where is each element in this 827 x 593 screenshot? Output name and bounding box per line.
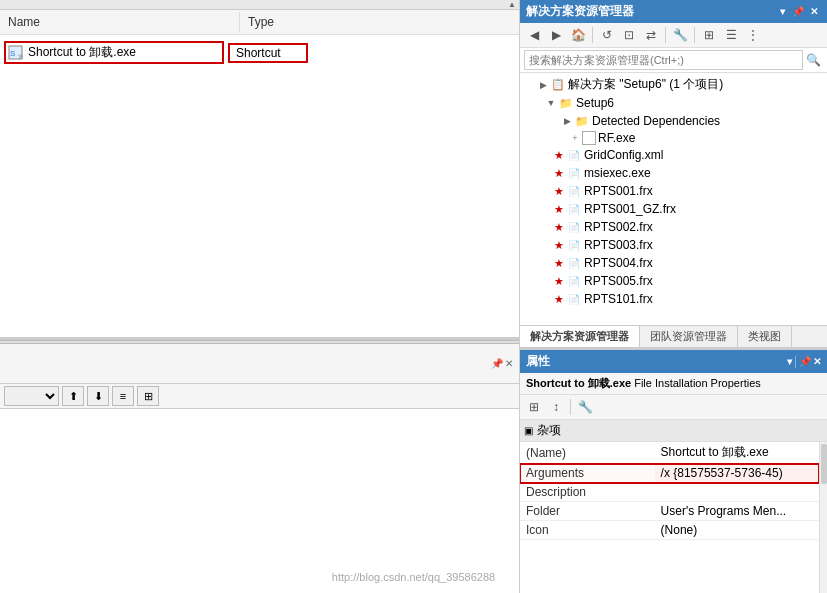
- panel-controls: 📌 ✕: [491, 358, 513, 369]
- prop-val-icon: (None): [655, 521, 819, 540]
- section-collapse-icon[interactable]: ▣: [524, 425, 533, 436]
- column-header-name: Name: [0, 12, 240, 32]
- tree-item-gridconfig[interactable]: ★ 📄 GridConfig.xml: [520, 146, 827, 164]
- se-grid-btn[interactable]: ⊞: [699, 25, 719, 45]
- prop-titlebar-dropdown[interactable]: ▾: [787, 356, 792, 367]
- prop-toolbar: ⊞ ↕ 🔧: [520, 395, 827, 420]
- tree-item-rpts001[interactable]: ★ 📄 RPTS001.frx: [520, 182, 827, 200]
- tree-item-rf-exe[interactable]: + RF.exe: [520, 130, 827, 146]
- tree-label-rf-exe: RF.exe: [598, 131, 635, 145]
- bottom-left-content: [0, 409, 519, 593]
- dropdown-select[interactable]: [4, 386, 59, 406]
- se-list-btn[interactable]: ☰: [721, 25, 741, 45]
- se-refresh-btn[interactable]: ↺: [597, 25, 617, 45]
- prop-subtitle-suffix: File Installation Properties: [634, 377, 761, 389]
- titlebar-close-btn[interactable]: ✕: [807, 5, 821, 19]
- tree-item-rpts004[interactable]: ★ 📄 RPTS004.frx: [520, 254, 827, 272]
- tree-item-rpts001gz[interactable]: ★ 📄 RPTS001_GZ.frx: [520, 200, 827, 218]
- solution-tree: ▶ 📋 解决方案 "Setup6" (1 个项目) ▼ 📁 Setup6: [520, 73, 827, 325]
- tree-label-rpts004: RPTS004.frx: [584, 256, 653, 270]
- se-wrench-btn[interactable]: 🔧: [670, 25, 690, 45]
- file-icon-rpts101: 📄: [566, 291, 582, 307]
- properties-subtitle: Shortcut to 卸载.exe File Installation Pro…: [520, 373, 827, 395]
- tree-item-setup6[interactable]: ▼ 📁 Setup6: [520, 94, 827, 112]
- star-icon-rpts003: ★: [552, 239, 566, 252]
- se-home-btn[interactable]: 🏠: [568, 25, 588, 45]
- se-sync-btn[interactable]: ⇄: [641, 25, 661, 45]
- tree-item-rpts003[interactable]: ★ 📄 RPTS003.frx: [520, 236, 827, 254]
- titlebar-pin2-btn[interactable]: 📌: [791, 5, 805, 19]
- close-icon[interactable]: ✕: [505, 358, 513, 369]
- top-scrollbar[interactable]: ▲: [0, 0, 519, 10]
- prop-titlebar-sep: [795, 356, 796, 368]
- toolbar-sep-2: [665, 27, 666, 43]
- file-icon-rpts003: 📄: [566, 237, 582, 253]
- tree-label-rpts005: RPTS005.frx: [584, 274, 653, 288]
- properties-panel: 属性 ▾ 📌 ✕ Shortcut to 卸载.exe File Install…: [520, 350, 827, 593]
- star-icon-rpts004: ★: [552, 257, 566, 270]
- toolbar-btn-1[interactable]: ⬆: [62, 386, 84, 406]
- tree-item-msiexec[interactable]: ★ 📄 msiexec.exe: [520, 164, 827, 182]
- prop-wrench-btn[interactable]: 🔧: [575, 397, 595, 417]
- prop-scrollbar[interactable]: [819, 442, 827, 593]
- tab-team-explorer[interactable]: 团队资源管理器: [640, 326, 738, 347]
- prop-sort-btn[interactable]: ↕: [546, 397, 566, 417]
- tree-label-detected-deps: Detected Dependencies: [592, 114, 720, 128]
- expand-setup6[interactable]: ▼: [544, 96, 558, 110]
- se-search-bar: 🔍: [520, 48, 827, 73]
- prop-scrollbar-thumb[interactable]: [821, 444, 827, 484]
- prop-section-misc: ▣ 杂项: [520, 420, 827, 442]
- file-list-body: S ↗ Shortcut to 卸载.exe Shortcut: [0, 35, 519, 70]
- toolbar-btn-3[interactable]: ≡: [112, 386, 134, 406]
- star-icon-msiexec: ★: [552, 167, 566, 180]
- file-icon-gridconfig: 📄: [566, 147, 582, 163]
- expand-solution[interactable]: ▶: [536, 78, 550, 92]
- prop-table-inner: (Name) Shortcut to 卸载.exe Arguments /x {…: [520, 442, 819, 593]
- tree-label-rpts001gz: RPTS001_GZ.frx: [584, 202, 676, 216]
- se-back-btn[interactable]: ◀: [524, 25, 544, 45]
- star-icon-rpts101: ★: [552, 293, 566, 306]
- tree-item-rpts005[interactable]: ★ 📄 RPTS005.frx: [520, 272, 827, 290]
- tree-item-solution[interactable]: ▶ 📋 解决方案 "Setup6" (1 个项目): [520, 75, 827, 94]
- se-forward-btn[interactable]: ▶: [546, 25, 566, 45]
- se-more-btn[interactable]: ⋮: [743, 25, 763, 45]
- file-name: Shortcut to 卸载.exe: [28, 44, 136, 61]
- titlebar-pin-btn[interactable]: ▾: [775, 5, 789, 19]
- tab-class-view[interactable]: 类视图: [738, 326, 792, 347]
- tree-label-gridconfig: GridConfig.xml: [584, 148, 663, 162]
- se-search-button[interactable]: 🔍: [803, 50, 823, 70]
- right-panel: 解决方案资源管理器 ▾ 📌 ✕ ◀ ▶ 🏠 ↺ ⊡ ⇄ 🔧 ⊞: [520, 0, 827, 593]
- file-icon-rpts001: 📄: [566, 183, 582, 199]
- scroll-up-arrow[interactable]: ▲: [507, 0, 517, 9]
- star-icon-rpts001: ★: [552, 185, 566, 198]
- prop-grid-btn[interactable]: ⊞: [524, 397, 544, 417]
- tree-item-rpts101[interactable]: ★ 📄 RPTS101.frx: [520, 290, 827, 308]
- toolbar-btn-4[interactable]: ⊞: [137, 386, 159, 406]
- left-panel: ▲ Name Type S: [0, 0, 520, 593]
- tab-solution-explorer[interactable]: 解决方案资源管理器: [520, 326, 640, 347]
- prop-close-btn[interactable]: ✕: [813, 356, 821, 367]
- se-tabs: 解决方案资源管理器 团队资源管理器 类视图: [520, 325, 827, 347]
- se-stop-btn[interactable]: ⊡: [619, 25, 639, 45]
- prop-key-icon: Icon: [520, 521, 655, 540]
- checkbox-rf-exe: [582, 131, 596, 145]
- prop-row-folder[interactable]: Folder User's Programs Men...: [520, 502, 819, 521]
- tree-item-rpts002[interactable]: ★ 📄 RPTS002.frx: [520, 218, 827, 236]
- expand-detected-deps[interactable]: ▶: [560, 114, 574, 128]
- prop-key-description: Description: [520, 483, 655, 502]
- prop-val-arguments: /x {81575537-5736-45): [655, 464, 819, 483]
- selected-row-name-box: S ↗ Shortcut to 卸载.exe: [4, 41, 224, 64]
- tree-item-detected-deps[interactable]: ▶ 📁 Detected Dependencies: [520, 112, 827, 130]
- prop-pin-btn[interactable]: 📌: [799, 356, 811, 367]
- se-search-input[interactable]: [524, 50, 803, 70]
- pin-icon[interactable]: 📌: [491, 358, 503, 369]
- prop-row-arguments[interactable]: Arguments /x {81575537-5736-45): [520, 464, 819, 483]
- prop-row-name[interactable]: (Name) Shortcut to 卸载.exe: [520, 442, 819, 464]
- expand-rf-exe[interactable]: +: [568, 131, 582, 145]
- prop-row-description[interactable]: Description: [520, 483, 819, 502]
- table-row[interactable]: S ↗ Shortcut to 卸载.exe Shortcut: [0, 39, 519, 66]
- shortcut-file-icon: S ↗: [8, 45, 24, 61]
- file-list-area: ▲ Name Type S: [0, 0, 519, 340]
- toolbar-btn-2[interactable]: ⬇: [87, 386, 109, 406]
- prop-row-icon[interactable]: Icon (None): [520, 521, 819, 540]
